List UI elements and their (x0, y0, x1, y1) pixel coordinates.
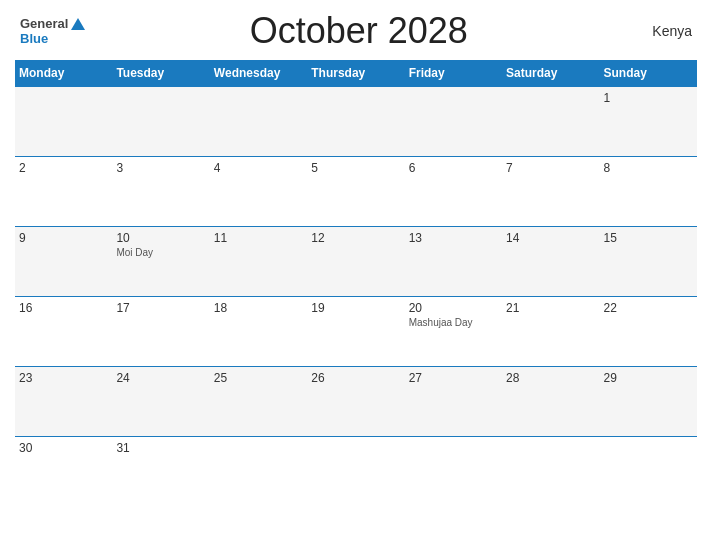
day-number: 28 (506, 371, 595, 385)
calendar-week-row: 2345678 (15, 157, 697, 227)
calendar-table: Monday Tuesday Wednesday Thursday Friday… (15, 60, 697, 507)
day-number: 15 (604, 231, 693, 245)
header-monday: Monday (15, 60, 112, 87)
logo-triangle-icon (71, 18, 85, 30)
calendar-day-cell: 12 (307, 227, 404, 297)
day-number: 25 (214, 371, 303, 385)
country-label: Kenya (632, 23, 692, 39)
day-headers-row: Monday Tuesday Wednesday Thursday Friday… (15, 60, 697, 87)
calendar-day-cell: 1 (600, 87, 697, 157)
day-number: 24 (116, 371, 205, 385)
calendar-day-cell: 27 (405, 367, 502, 437)
calendar-week-row: 910Moi Day1112131415 (15, 227, 697, 297)
calendar-day-cell (307, 87, 404, 157)
calendar-day-cell: 16 (15, 297, 112, 367)
calendar-day-cell: 13 (405, 227, 502, 297)
day-number: 5 (311, 161, 400, 175)
day-number: 29 (604, 371, 693, 385)
calendar-day-cell: 11 (210, 227, 307, 297)
calendar-week-row: 1 (15, 87, 697, 157)
day-number: 17 (116, 301, 205, 315)
calendar-day-cell: 23 (15, 367, 112, 437)
calendar-container: General Blue October 2028 Kenya Monday T… (0, 0, 712, 550)
holiday-label: Mashujaa Day (409, 317, 498, 328)
calendar-day-cell (307, 437, 404, 507)
day-number: 4 (214, 161, 303, 175)
day-number: 14 (506, 231, 595, 245)
calendar-day-cell: 2 (15, 157, 112, 227)
calendar-day-cell (210, 437, 307, 507)
calendar-day-cell (502, 437, 599, 507)
calendar-day-cell: 31 (112, 437, 209, 507)
calendar-day-cell: 28 (502, 367, 599, 437)
logo: General Blue (20, 16, 85, 46)
calendar-day-cell: 22 (600, 297, 697, 367)
calendar-day-cell (502, 87, 599, 157)
calendar-day-cell (210, 87, 307, 157)
day-number: 1 (604, 91, 693, 105)
day-number: 31 (116, 441, 205, 455)
calendar-week-row: 1617181920Mashujaa Day2122 (15, 297, 697, 367)
day-number: 18 (214, 301, 303, 315)
calendar-day-cell: 17 (112, 297, 209, 367)
calendar-day-cell (15, 87, 112, 157)
day-number: 9 (19, 231, 108, 245)
calendar-day-cell: 10Moi Day (112, 227, 209, 297)
calendar-title: October 2028 (85, 10, 632, 52)
logo-general-text: General (20, 16, 68, 31)
calendar-day-cell (112, 87, 209, 157)
calendar-day-cell: 4 (210, 157, 307, 227)
header-sunday: Sunday (600, 60, 697, 87)
header-thursday: Thursday (307, 60, 404, 87)
holiday-label: Moi Day (116, 247, 205, 258)
logo-blue-text: Blue (20, 31, 48, 46)
day-number: 26 (311, 371, 400, 385)
calendar-day-cell: 21 (502, 297, 599, 367)
day-number: 13 (409, 231, 498, 245)
calendar-day-cell: 6 (405, 157, 502, 227)
day-number: 6 (409, 161, 498, 175)
calendar-day-cell: 3 (112, 157, 209, 227)
calendar-day-cell (405, 437, 502, 507)
day-number: 23 (19, 371, 108, 385)
calendar-day-cell: 24 (112, 367, 209, 437)
calendar-day-cell: 25 (210, 367, 307, 437)
calendar-day-cell: 8 (600, 157, 697, 227)
calendar-day-cell (600, 437, 697, 507)
day-number: 7 (506, 161, 595, 175)
day-number: 8 (604, 161, 693, 175)
day-number: 10 (116, 231, 205, 245)
calendar-day-cell: 20Mashujaa Day (405, 297, 502, 367)
calendar-day-cell (405, 87, 502, 157)
calendar-day-cell: 7 (502, 157, 599, 227)
calendar-day-cell: 5 (307, 157, 404, 227)
day-number: 12 (311, 231, 400, 245)
calendar-day-cell: 14 (502, 227, 599, 297)
calendar-day-cell: 29 (600, 367, 697, 437)
day-number: 20 (409, 301, 498, 315)
day-number: 27 (409, 371, 498, 385)
day-number: 2 (19, 161, 108, 175)
day-number: 16 (19, 301, 108, 315)
day-number: 3 (116, 161, 205, 175)
day-number: 19 (311, 301, 400, 315)
calendar-day-cell: 19 (307, 297, 404, 367)
calendar-day-cell: 9 (15, 227, 112, 297)
header-friday: Friday (405, 60, 502, 87)
calendar-day-cell: 18 (210, 297, 307, 367)
day-number: 30 (19, 441, 108, 455)
header-tuesday: Tuesday (112, 60, 209, 87)
header-saturday: Saturday (502, 60, 599, 87)
calendar-day-cell: 26 (307, 367, 404, 437)
day-number: 21 (506, 301, 595, 315)
header-wednesday: Wednesday (210, 60, 307, 87)
day-number: 11 (214, 231, 303, 245)
calendar-header: General Blue October 2028 Kenya (15, 10, 697, 52)
calendar-day-cell: 30 (15, 437, 112, 507)
calendar-day-cell: 15 (600, 227, 697, 297)
calendar-week-row: 23242526272829 (15, 367, 697, 437)
day-number: 22 (604, 301, 693, 315)
calendar-week-row: 3031 (15, 437, 697, 507)
